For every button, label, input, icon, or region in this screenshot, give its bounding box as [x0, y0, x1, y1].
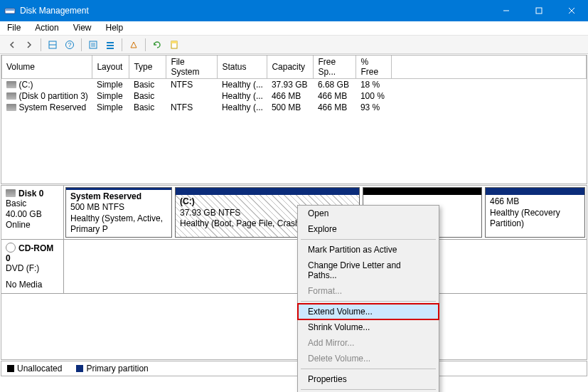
app-icon: [4, 5, 16, 16]
legend-unallocated: Unallocated: [7, 364, 62, 374]
ctx-explore[interactable]: Explore: [298, 221, 439, 237]
col-type[interactable]: Type: [129, 55, 166, 79]
toolbar-doc-icon[interactable]: [166, 37, 182, 53]
toolbar: ?: [0, 36, 588, 54]
toolbar-view-top-icon[interactable]: [45, 37, 60, 53]
menu-view[interactable]: View: [66, 21, 99, 35]
ctx-mark-active[interactable]: Mark Partition as Active: [298, 242, 439, 258]
minimize-button[interactable]: [490, 0, 523, 21]
toolbar-settings-icon[interactable]: [85, 37, 101, 53]
disk-icon: [6, 189, 16, 197]
cdrom-header[interactable]: CD-ROM 0 DVD (F:) No Media: [1, 240, 64, 293]
table-row[interactable]: System ReservedSimpleBasicNTFSHealthy (.…: [2, 102, 587, 113]
title-bar: Disk Management: [0, 0, 588, 21]
partition-system-reserved[interactable]: System Reserved 500 MB NTFS Healthy (Sys…: [65, 187, 172, 238]
ctx-properties[interactable]: Properties: [298, 371, 439, 377]
ctx-format: Format...: [298, 283, 439, 299]
svg-rect-3: [536, 8, 542, 14]
menu-bar: File Action View Help: [0, 21, 588, 36]
ctx-change-letter[interactable]: Change Drive Letter and Paths...: [298, 258, 439, 283]
col-layout[interactable]: Layout: [92, 55, 129, 79]
col-freespace[interactable]: Free Sp...: [314, 55, 356, 79]
disk0-header[interactable]: Disk 0 Basic 40.00 GB Online: [1, 186, 64, 239]
table-row[interactable]: (Disk 0 partition 3)SimpleBasicHealthy (…: [2, 90, 587, 102]
svg-rect-1: [6, 9, 14, 11]
toolbar-help-icon[interactable]: ?: [62, 37, 77, 53]
svg-rect-16: [171, 41, 177, 43]
col-capacity[interactable]: Capacity: [267, 55, 314, 79]
col-filesystem[interactable]: File System: [166, 55, 218, 79]
close-button[interactable]: [555, 0, 588, 21]
forward-button[interactable]: [21, 37, 37, 53]
ctx-add-mirror: Add Mirror...: [298, 335, 439, 351]
volume-table: Volume Layout Type File System Status Ca…: [1, 55, 587, 184]
col-status[interactable]: Status: [218, 55, 267, 79]
toolbar-refresh-icon[interactable]: [149, 37, 165, 53]
ctx-shrink-volume[interactable]: Shrink Volume...: [298, 319, 439, 335]
toolbar-action-icon[interactable]: [126, 37, 141, 53]
legend-primary: Primary partition: [76, 364, 148, 374]
legend: Unallocated Primary partition: [1, 361, 587, 376]
menu-file[interactable]: File: [0, 21, 28, 35]
back-button[interactable]: [4, 37, 20, 53]
col-pctfree[interactable]: % Free: [356, 55, 392, 79]
svg-text:?: ?: [68, 41, 71, 48]
svg-rect-12: [107, 42, 114, 43]
partition-recovery[interactable]: 466 MB Healthy (Recovery Partition): [485, 187, 585, 238]
menu-action[interactable]: Action: [28, 21, 65, 35]
disk-graphical-view: Disk 0 Basic 40.00 GB Online System Rese…: [1, 185, 587, 360]
ctx-open[interactable]: Open: [298, 206, 439, 221]
col-volume[interactable]: Volume: [2, 55, 92, 79]
cd-icon: [6, 243, 16, 253]
maximize-button[interactable]: [523, 0, 555, 21]
svg-rect-11: [91, 43, 95, 47]
svg-rect-14: [107, 48, 114, 49]
svg-rect-13: [107, 45, 114, 46]
ctx-delete-volume: Delete Volume...: [298, 351, 439, 366]
menu-help[interactable]: Help: [99, 21, 131, 35]
window-title: Disk Management: [20, 6, 490, 16]
toolbar-list-icon[interactable]: [102, 37, 118, 53]
context-menu: Open Explore Mark Partition as Active Ch…: [297, 205, 439, 377]
ctx-extend-volume[interactable]: Extend Volume...: [298, 304, 439, 319]
table-row[interactable]: (C:)SimpleBasicNTFSHealthy (...37.93 GB6…: [2, 79, 587, 91]
table-header-row[interactable]: Volume Layout Type File System Status Ca…: [2, 55, 587, 79]
